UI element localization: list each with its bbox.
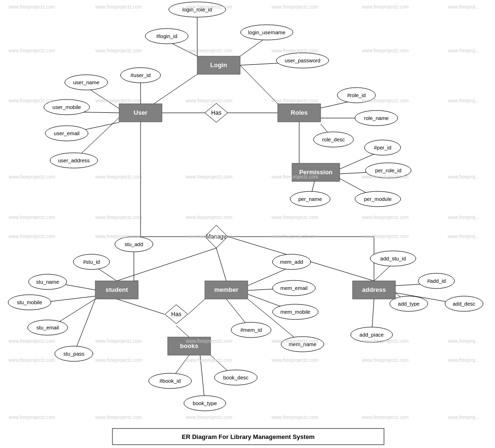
- svg-text:www.freeprojectz.com: www.freeprojectz.com: [95, 48, 142, 53]
- svg-text:www.freeprojectz.com: www.freeprojectz.com: [362, 358, 409, 363]
- svg-text:#role_id: #role_id: [347, 92, 365, 98]
- svg-text:www.freeprojectz.com: www.freeprojectz.com: [95, 174, 142, 179]
- svg-text:www.freeprojectz.com: www.freeprojectz.com: [8, 415, 55, 420]
- svg-text:stu_name: stu_name: [36, 279, 59, 285]
- svg-text:add_piace: add_piace: [360, 332, 384, 338]
- svg-text:#per_id: #per_id: [374, 145, 392, 150]
- svg-text:www.freeprojectz.com: www.freeprojectz.com: [185, 48, 232, 53]
- svg-text:www.freeproj...: www.freeproj...: [447, 358, 479, 363]
- svg-line-32: [74, 299, 95, 354]
- svg-text:www.freeprojectz.com: www.freeprojectz.com: [362, 234, 409, 239]
- svg-text:www.freeprojectz.com: www.freeprojectz.com: [8, 174, 55, 179]
- svg-text:User: User: [134, 109, 148, 116]
- svg-text:www.freeprojectz.com: www.freeprojectz.com: [95, 98, 142, 103]
- svg-text:www.freeprojectz.com: www.freeprojectz.com: [185, 98, 232, 103]
- svg-text:per_module: per_module: [364, 196, 392, 202]
- svg-text:student: student: [106, 286, 129, 293]
- svg-text:www.freeprojectz.com: www.freeprojectz.com: [95, 415, 142, 420]
- er-svg: login_role_id #login_id login_username u…: [0, 0, 495, 448]
- svg-text:www.freeprojectz.com: www.freeprojectz.com: [271, 4, 318, 10]
- svg-text:www.freeproj...: www.freeproj...: [447, 415, 479, 420]
- svg-text:mem_email: mem_email: [281, 285, 308, 291]
- svg-line-23: [117, 248, 216, 281]
- svg-text:book_desc: book_desc: [223, 375, 249, 380]
- svg-text:www.freeprojectz.com: www.freeprojectz.com: [8, 338, 55, 344]
- svg-text:www.freeprojectz.com: www.freeprojectz.com: [362, 98, 409, 103]
- svg-line-45: [176, 326, 189, 337]
- svg-text:add_stu_id: add_stu_id: [380, 256, 406, 261]
- svg-text:www.freeproj...: www.freeproj...: [447, 4, 479, 10]
- er-diagram: login_role_id #login_id login_username u…: [0, 0, 495, 448]
- svg-text:www.freeproj...: www.freeproj...: [447, 338, 479, 344]
- svg-text:www.freeprojectz.com: www.freeprojectz.com: [271, 215, 318, 220]
- svg-text:www.freeprojectz.com: www.freeprojectz.com: [362, 415, 409, 420]
- svg-text:Login: Login: [210, 61, 227, 69]
- svg-text:#login_id: #login_id: [156, 33, 177, 39]
- svg-text:role_desc: role_desc: [322, 137, 345, 142]
- svg-text:ER Diagram For Library Managem: ER Diagram For Library Management System: [182, 433, 315, 440]
- svg-text:www.freeprojectz.com: www.freeprojectz.com: [362, 215, 409, 220]
- svg-text:www.freeprojectz.com: www.freeprojectz.com: [185, 338, 232, 344]
- svg-text:#book_id: #book_id: [160, 378, 181, 384]
- svg-text:www.freeproj...: www.freeproj...: [447, 174, 479, 179]
- svg-text:address: address: [362, 286, 386, 293]
- svg-text:member: member: [214, 286, 239, 293]
- svg-text:www.freeprojectz.com: www.freeprojectz.com: [271, 174, 318, 179]
- svg-text:stu_add: stu_add: [124, 241, 143, 247]
- svg-text:mem_add: mem_add: [280, 259, 303, 265]
- svg-text:www.freeprojectz.com: www.freeprojectz.com: [185, 215, 232, 220]
- svg-text:www.freeprojectz.com: www.freeprojectz.com: [8, 234, 55, 239]
- svg-text:Has: Has: [211, 110, 221, 116]
- svg-text:user_name: user_name: [73, 80, 99, 85]
- svg-text:www.freeprojectz.com: www.freeprojectz.com: [362, 48, 409, 53]
- svg-text:www.freeprojectz.com: www.freeprojectz.com: [362, 338, 409, 344]
- svg-text:www.freeprojectz.com: www.freeprojectz.com: [95, 215, 142, 220]
- svg-text:#stu_id: #stu_id: [83, 259, 100, 265]
- svg-text:role_name: role_name: [364, 115, 389, 121]
- svg-text:www.freeprojectz.com: www.freeprojectz.com: [362, 4, 409, 10]
- svg-text:www.freeprojectz.com: www.freeprojectz.com: [185, 234, 232, 239]
- svg-text:book_type: book_type: [193, 400, 217, 406]
- svg-text:#add_id: #add_id: [427, 278, 445, 284]
- svg-text:add_desc: add_desc: [453, 301, 475, 307]
- svg-text:stu_pass: stu_pass: [63, 351, 85, 357]
- svg-text:www.freeproj...: www.freeproj...: [447, 234, 479, 239]
- svg-text:www.freeprojectz.com: www.freeprojectz.com: [362, 174, 409, 179]
- svg-text:www.freeprojectz.com: www.freeprojectz.com: [95, 338, 142, 344]
- svg-text:www.freeprojectz.com: www.freeprojectz.com: [271, 48, 318, 53]
- svg-text:Roles: Roles: [291, 109, 307, 116]
- svg-text:www.freeprojectz.com: www.freeprojectz.com: [185, 358, 232, 363]
- svg-text:www.freeproj...: www.freeproj...: [447, 98, 479, 103]
- svg-text:stu_mobile: stu_mobile: [17, 299, 42, 305]
- svg-text:#user_id: #user_id: [131, 72, 151, 78]
- svg-text:login_username: login_username: [248, 30, 285, 35]
- svg-line-43: [117, 299, 164, 314]
- svg-text:mem_mobile: mem_mobile: [281, 309, 311, 315]
- svg-text:www.freeprojectz.com: www.freeprojectz.com: [271, 415, 318, 420]
- svg-text:user_address: user_address: [58, 158, 90, 163]
- svg-text:www.freeprojectz.com: www.freeprojectz.com: [271, 358, 318, 363]
- svg-text:www.freeprojectz.com: www.freeprojectz.com: [95, 4, 142, 10]
- svg-line-24: [216, 248, 226, 281]
- svg-text:www.freeprojectz.com: www.freeprojectz.com: [8, 98, 55, 103]
- svg-text:www.freeprojectz.com: www.freeprojectz.com: [8, 215, 55, 220]
- svg-text:www.freeproj...: www.freeproj...: [447, 48, 479, 53]
- svg-text:add_type: add_type: [398, 301, 419, 307]
- svg-text:www.freeprojectz.com: www.freeprojectz.com: [95, 234, 142, 239]
- svg-text:user_password: user_password: [285, 58, 321, 63]
- svg-text:www.freeproj...: www.freeproj...: [447, 215, 479, 220]
- svg-text:www.freeprojectz.com: www.freeprojectz.com: [185, 415, 232, 420]
- svg-text:www.freeprojectz.com: www.freeprojectz.com: [185, 4, 232, 10]
- svg-text:#mem_id: #mem_id: [240, 327, 262, 333]
- svg-text:user_mobile: user_mobile: [52, 104, 81, 110]
- svg-line-44: [188, 299, 205, 314]
- svg-text:per_role_id: per_role_id: [375, 168, 401, 173]
- svg-text:www.freeprojectz.com: www.freeprojectz.com: [95, 358, 142, 363]
- svg-text:www.freeprojectz.com: www.freeprojectz.com: [8, 4, 55, 10]
- svg-text:www.freeprojectz.com: www.freeprojectz.com: [8, 48, 55, 53]
- svg-text:per_name: per_name: [298, 196, 322, 202]
- svg-text:www.freeprojectz.com: www.freeprojectz.com: [271, 338, 318, 344]
- svg-text:Has: Has: [171, 311, 181, 318]
- svg-text:www.freeprojectz.com: www.freeprojectz.com: [271, 234, 318, 239]
- svg-text:www.freeprojectz.com: www.freeprojectz.com: [185, 174, 232, 179]
